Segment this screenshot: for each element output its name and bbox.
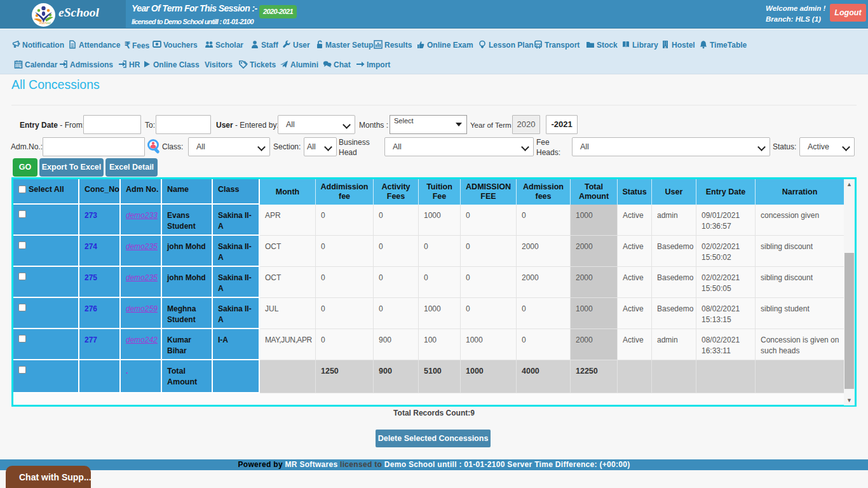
svg-text:eSch: eSch <box>39 21 47 25</box>
svg-text:ool: ool <box>46 21 51 25</box>
